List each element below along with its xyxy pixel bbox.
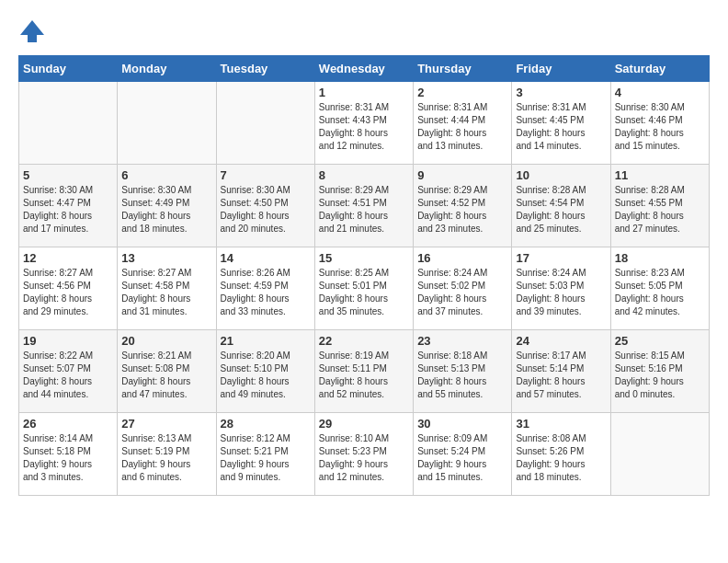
day-number: 3 xyxy=(516,86,606,99)
day-info: Sunrise: 8:27 AM Sunset: 4:56 PM Dayligh… xyxy=(23,267,113,318)
day-number: 31 xyxy=(516,417,606,431)
day-info: Sunrise: 8:13 AM Sunset: 5:19 PM Dayligh… xyxy=(121,432,211,484)
day-number: 8 xyxy=(319,168,409,182)
calendar-cell: 28Sunrise: 8:12 AM Sunset: 5:21 PM Dayli… xyxy=(216,413,314,496)
calendar-cell: 21Sunrise: 8:20 AM Sunset: 5:10 PM Dayli… xyxy=(216,330,314,413)
svg-rect-1 xyxy=(28,35,37,42)
logo xyxy=(18,18,50,46)
calendar-cell: 9Sunrise: 8:29 AM Sunset: 4:52 PM Daylig… xyxy=(414,165,512,247)
calendar-cell: 16Sunrise: 8:24 AM Sunset: 5:02 PM Dayli… xyxy=(414,247,512,330)
calendar-cell: 6Sunrise: 8:30 AM Sunset: 4:49 PM Daylig… xyxy=(118,165,216,247)
day-number: 12 xyxy=(23,251,113,265)
weekday-header: Monday xyxy=(118,56,216,82)
day-info: Sunrise: 8:30 AM Sunset: 4:47 PM Dayligh… xyxy=(23,184,113,236)
day-info: Sunrise: 8:23 AM Sunset: 5:05 PM Dayligh… xyxy=(615,267,705,318)
calendar-cell xyxy=(118,82,216,165)
day-info: Sunrise: 8:26 AM Sunset: 4:59 PM Dayligh… xyxy=(221,267,311,318)
calendar-cell: 10Sunrise: 8:28 AM Sunset: 4:54 PM Dayli… xyxy=(512,165,610,247)
calendar-cell: 22Sunrise: 8:19 AM Sunset: 5:11 PM Dayli… xyxy=(314,330,413,413)
day-number: 30 xyxy=(417,417,507,431)
calendar-cell: 14Sunrise: 8:26 AM Sunset: 4:59 PM Dayli… xyxy=(216,247,314,330)
day-number: 15 xyxy=(319,251,409,265)
day-number: 4 xyxy=(615,86,705,99)
weekday-header: Wednesday xyxy=(314,56,413,82)
calendar-week-row: 1Sunrise: 8:31 AM Sunset: 4:43 PM Daylig… xyxy=(19,82,710,165)
day-number: 19 xyxy=(23,334,113,348)
calendar-cell: 4Sunrise: 8:30 AM Sunset: 4:46 PM Daylig… xyxy=(610,82,709,165)
calendar-cell: 1Sunrise: 8:31 AM Sunset: 4:43 PM Daylig… xyxy=(314,82,413,165)
day-number: 18 xyxy=(615,251,705,265)
day-info: Sunrise: 8:31 AM Sunset: 4:45 PM Dayligh… xyxy=(516,101,606,153)
day-info: Sunrise: 8:31 AM Sunset: 4:43 PM Dayligh… xyxy=(319,101,409,153)
day-number: 10 xyxy=(516,168,606,182)
calendar-cell: 3Sunrise: 8:31 AM Sunset: 4:45 PM Daylig… xyxy=(512,82,610,165)
calendar-cell: 12Sunrise: 8:27 AM Sunset: 4:56 PM Dayli… xyxy=(19,247,118,330)
calendar-cell: 30Sunrise: 8:09 AM Sunset: 5:24 PM Dayli… xyxy=(414,413,512,496)
calendar-cell: 18Sunrise: 8:23 AM Sunset: 5:05 PM Dayli… xyxy=(610,247,709,330)
day-info: Sunrise: 8:08 AM Sunset: 5:26 PM Dayligh… xyxy=(516,432,606,484)
day-info: Sunrise: 8:24 AM Sunset: 5:03 PM Dayligh… xyxy=(516,267,606,318)
calendar-cell: 20Sunrise: 8:21 AM Sunset: 5:08 PM Dayli… xyxy=(118,330,216,413)
day-number: 13 xyxy=(121,251,211,265)
day-number: 26 xyxy=(23,417,113,431)
calendar-cell: 26Sunrise: 8:14 AM Sunset: 5:18 PM Dayli… xyxy=(19,413,118,496)
calendar-cell: 5Sunrise: 8:30 AM Sunset: 4:47 PM Daylig… xyxy=(19,165,118,247)
svg-marker-0 xyxy=(20,20,44,35)
day-info: Sunrise: 8:29 AM Sunset: 4:52 PM Dayligh… xyxy=(417,184,507,236)
calendar-cell: 24Sunrise: 8:17 AM Sunset: 5:14 PM Dayli… xyxy=(512,330,610,413)
day-info: Sunrise: 8:19 AM Sunset: 5:11 PM Dayligh… xyxy=(319,350,409,401)
calendar-cell: 29Sunrise: 8:10 AM Sunset: 5:23 PM Dayli… xyxy=(314,413,413,496)
day-info: Sunrise: 8:09 AM Sunset: 5:24 PM Dayligh… xyxy=(417,432,507,484)
weekday-header: Sunday xyxy=(19,56,118,82)
day-info: Sunrise: 8:10 AM Sunset: 5:23 PM Dayligh… xyxy=(319,432,409,484)
calendar-cell: 8Sunrise: 8:29 AM Sunset: 4:51 PM Daylig… xyxy=(314,165,413,247)
day-info: Sunrise: 8:27 AM Sunset: 4:58 PM Dayligh… xyxy=(121,267,211,318)
day-number: 27 xyxy=(121,417,211,431)
day-info: Sunrise: 8:30 AM Sunset: 4:50 PM Dayligh… xyxy=(221,184,311,236)
day-number: 11 xyxy=(615,168,705,182)
day-info: Sunrise: 8:15 AM Sunset: 5:16 PM Dayligh… xyxy=(615,350,705,401)
calendar-week-row: 26Sunrise: 8:14 AM Sunset: 5:18 PM Dayli… xyxy=(19,413,710,496)
day-info: Sunrise: 8:29 AM Sunset: 4:51 PM Dayligh… xyxy=(319,184,409,236)
day-info: Sunrise: 8:30 AM Sunset: 4:49 PM Dayligh… xyxy=(121,184,211,236)
weekday-header: Thursday xyxy=(414,56,512,82)
calendar-header: SundayMondayTuesdayWednesdayThursdayFrid… xyxy=(19,56,710,82)
calendar-cell xyxy=(19,82,118,165)
day-number: 22 xyxy=(319,334,409,348)
day-info: Sunrise: 8:25 AM Sunset: 5:01 PM Dayligh… xyxy=(319,267,409,318)
day-info: Sunrise: 8:21 AM Sunset: 5:08 PM Dayligh… xyxy=(121,350,211,401)
calendar-week-row: 5Sunrise: 8:30 AM Sunset: 4:47 PM Daylig… xyxy=(19,165,710,247)
calendar-cell: 27Sunrise: 8:13 AM Sunset: 5:19 PM Dayli… xyxy=(118,413,216,496)
day-info: Sunrise: 8:30 AM Sunset: 4:46 PM Dayligh… xyxy=(615,101,705,153)
calendar-week-row: 12Sunrise: 8:27 AM Sunset: 4:56 PM Dayli… xyxy=(19,247,710,330)
day-info: Sunrise: 8:12 AM Sunset: 5:21 PM Dayligh… xyxy=(221,432,311,484)
day-info: Sunrise: 8:14 AM Sunset: 5:18 PM Dayligh… xyxy=(23,432,113,484)
weekday-header: Tuesday xyxy=(216,56,314,82)
day-number: 9 xyxy=(417,168,507,182)
calendar-cell xyxy=(610,413,709,496)
calendar-cell: 23Sunrise: 8:18 AM Sunset: 5:13 PM Dayli… xyxy=(414,330,512,413)
day-number: 24 xyxy=(516,334,606,348)
weekday-header: Saturday xyxy=(610,56,709,82)
calendar-table: SundayMondayTuesdayWednesdayThursdayFrid… xyxy=(18,55,710,496)
day-number: 28 xyxy=(221,417,311,431)
calendar-cell: 11Sunrise: 8:28 AM Sunset: 4:55 PM Dayli… xyxy=(610,165,709,247)
logo-icon xyxy=(18,18,46,46)
day-info: Sunrise: 8:24 AM Sunset: 5:02 PM Dayligh… xyxy=(417,267,507,318)
calendar-cell xyxy=(216,82,314,165)
calendar-cell: 25Sunrise: 8:15 AM Sunset: 5:16 PM Dayli… xyxy=(610,330,709,413)
day-info: Sunrise: 8:22 AM Sunset: 5:07 PM Dayligh… xyxy=(23,350,113,401)
day-info: Sunrise: 8:20 AM Sunset: 5:10 PM Dayligh… xyxy=(221,350,311,401)
calendar-cell: 17Sunrise: 8:24 AM Sunset: 5:03 PM Dayli… xyxy=(512,247,610,330)
day-number: 1 xyxy=(319,86,409,99)
day-number: 20 xyxy=(121,334,211,348)
calendar-cell: 15Sunrise: 8:25 AM Sunset: 5:01 PM Dayli… xyxy=(314,247,413,330)
day-number: 14 xyxy=(221,251,311,265)
day-number: 2 xyxy=(417,86,507,99)
day-number: 7 xyxy=(221,168,311,182)
day-number: 23 xyxy=(417,334,507,348)
calendar-cell: 31Sunrise: 8:08 AM Sunset: 5:26 PM Dayli… xyxy=(512,413,610,496)
day-number: 16 xyxy=(417,251,507,265)
calendar-week-row: 19Sunrise: 8:22 AM Sunset: 5:07 PM Dayli… xyxy=(19,330,710,413)
calendar-cell: 2Sunrise: 8:31 AM Sunset: 4:44 PM Daylig… xyxy=(414,82,512,165)
